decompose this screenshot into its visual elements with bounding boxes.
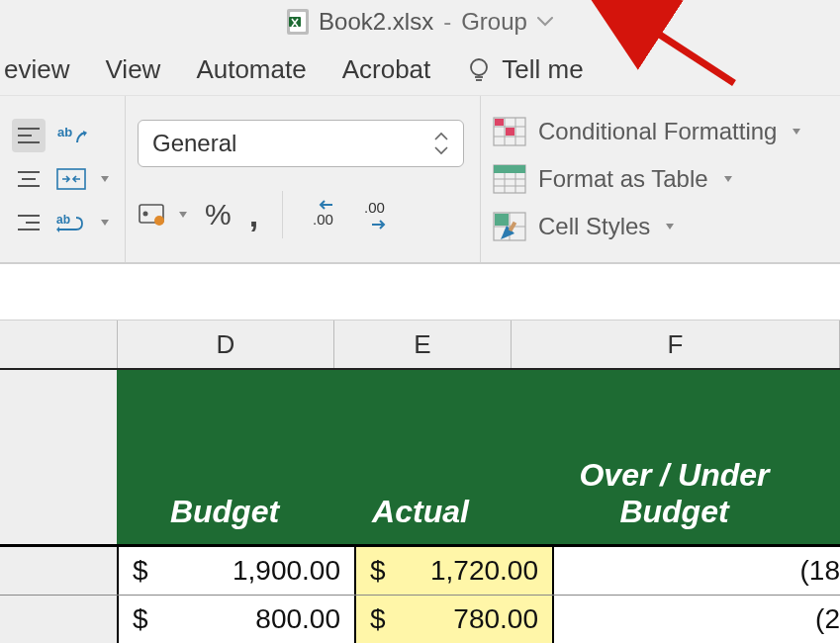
merge-center-button[interactable] bbox=[54, 162, 87, 196]
conditional-formatting-caret-icon bbox=[793, 129, 800, 135]
currency-value: 1,900.00 bbox=[233, 555, 344, 587]
title-separator: - bbox=[443, 8, 451, 36]
conditional-formatting-button[interactable]: Conditional Formatting bbox=[493, 113, 824, 150]
svg-text:.00: .00 bbox=[364, 199, 385, 216]
svg-rect-30 bbox=[506, 128, 514, 136]
currency-symbol: $ bbox=[366, 555, 386, 587]
comma-format-button[interactable]: , bbox=[249, 196, 258, 234]
wrap-dropdown-icon[interactable] bbox=[101, 220, 109, 226]
format-as-table-caret-icon bbox=[724, 176, 732, 182]
currency-symbol: $ bbox=[366, 603, 386, 635]
wrap-text-button[interactable]: ab bbox=[54, 206, 87, 239]
tab-acrobat[interactable]: Acrobat bbox=[342, 54, 431, 85]
svg-rect-32 bbox=[494, 165, 525, 173]
header-budget[interactable]: Budget bbox=[117, 370, 332, 544]
tab-review[interactable]: eview bbox=[4, 54, 69, 85]
currency-symbol: $ bbox=[129, 603, 148, 635]
over-under-value: (2 bbox=[815, 603, 840, 635]
table-row: $ 800.00 $ 780.00 (2 bbox=[0, 596, 840, 643]
cell-actual[interactable]: $ 780.00 bbox=[356, 596, 554, 643]
decrease-decimal-button[interactable]: .00 bbox=[307, 199, 342, 230]
row-header[interactable] bbox=[0, 596, 119, 643]
accounting-format-button[interactable] bbox=[138, 201, 187, 229]
increase-decimal-button[interactable]: .00 bbox=[360, 199, 396, 230]
ribbon-tabs: eview View Automate Acrobat Tell me bbox=[0, 44, 840, 95]
titlebar: Book2.xlsx - Group bbox=[0, 0, 840, 44]
tab-automate[interactable]: Automate bbox=[196, 54, 306, 85]
currency-value: 800.00 bbox=[255, 603, 344, 635]
cell-styles-label: Cell Styles bbox=[538, 213, 650, 240]
align-right-button[interactable] bbox=[12, 206, 45, 239]
conditional-formatting-label: Conditional Formatting bbox=[538, 118, 777, 145]
cell-over-under[interactable]: (2 bbox=[554, 596, 840, 643]
column-headers: D E F bbox=[0, 321, 840, 370]
merge-dropdown-icon[interactable] bbox=[101, 176, 109, 182]
lightbulb-icon bbox=[466, 56, 492, 82]
currency-symbol: $ bbox=[129, 555, 148, 587]
svg-rect-40 bbox=[495, 214, 509, 226]
cell-styles-icon bbox=[493, 212, 526, 241]
group-alignment: ab bbox=[0, 96, 126, 262]
formula-bar-area[interactable] bbox=[0, 264, 840, 321]
over-under-value: (18 bbox=[800, 555, 840, 587]
column-header-E[interactable]: E bbox=[334, 321, 512, 368]
tell-me-search[interactable]: Tell me bbox=[466, 54, 583, 85]
percent-format-button[interactable]: % bbox=[205, 198, 232, 231]
group-mode-label: Group bbox=[461, 8, 527, 36]
format-as-table-button[interactable]: Format as Table bbox=[493, 160, 824, 198]
title-dropdown-icon[interactable] bbox=[537, 17, 553, 27]
header-over-under[interactable]: Over / Under Budget bbox=[509, 370, 840, 544]
format-as-table-label: Format as Table bbox=[538, 165, 708, 193]
number-format-select[interactable]: General bbox=[138, 120, 464, 167]
svg-text:ab: ab bbox=[56, 213, 70, 227]
tell-me-label: Tell me bbox=[502, 54, 583, 85]
svg-text:ab: ab bbox=[57, 125, 72, 139]
currency-value: 780.00 bbox=[453, 603, 542, 635]
header-corner[interactable] bbox=[0, 321, 118, 368]
cell-budget[interactable]: $ 1,900.00 bbox=[119, 547, 356, 595]
cell-styles-button[interactable]: Cell Styles bbox=[493, 208, 824, 245]
header-actual[interactable]: Actual bbox=[332, 370, 509, 544]
svg-rect-13 bbox=[57, 169, 85, 189]
svg-text:.00: .00 bbox=[313, 211, 333, 228]
number-format-caret-icon bbox=[433, 130, 449, 157]
svg-rect-21 bbox=[156, 218, 162, 224]
ribbon: ab bbox=[0, 95, 840, 264]
column-header-D[interactable]: D bbox=[118, 321, 334, 368]
align-left-button[interactable] bbox=[12, 119, 46, 152]
accounting-caret-icon bbox=[179, 212, 187, 218]
table-header-row: Budget Actual Over / Under Budget bbox=[0, 370, 840, 547]
table-row: $ 1,900.00 $ 1,720.00 (18 bbox=[0, 547, 840, 596]
format-as-table-icon bbox=[493, 164, 526, 194]
conditional-formatting-icon bbox=[493, 117, 526, 146]
currency-value: 1,720.00 bbox=[430, 555, 542, 587]
cell-over-under[interactable]: (18 bbox=[554, 547, 840, 595]
cell-styles-caret-icon bbox=[666, 224, 674, 230]
column-header-F[interactable]: F bbox=[512, 321, 840, 368]
group-number: General % , bbox=[126, 96, 481, 262]
divider bbox=[282, 191, 283, 238]
excel-file-icon bbox=[287, 9, 309, 35]
svg-point-3 bbox=[471, 59, 487, 75]
svg-rect-29 bbox=[495, 119, 504, 126]
cell-budget[interactable]: $ 800.00 bbox=[119, 596, 356, 643]
tab-view[interactable]: View bbox=[105, 54, 160, 85]
svg-point-19 bbox=[143, 212, 148, 217]
number-format-value: General bbox=[152, 130, 236, 157]
document-filename: Book2.xlsx bbox=[319, 8, 433, 36]
align-center-button[interactable] bbox=[12, 162, 45, 196]
group-styles: Conditional Formatting Format as Table bbox=[481, 96, 840, 262]
row-header-blank[interactable] bbox=[0, 370, 117, 544]
row-header[interactable] bbox=[0, 547, 119, 595]
cell-actual[interactable]: $ 1,720.00 bbox=[356, 547, 554, 595]
orientation-button[interactable]: ab bbox=[55, 119, 89, 152]
